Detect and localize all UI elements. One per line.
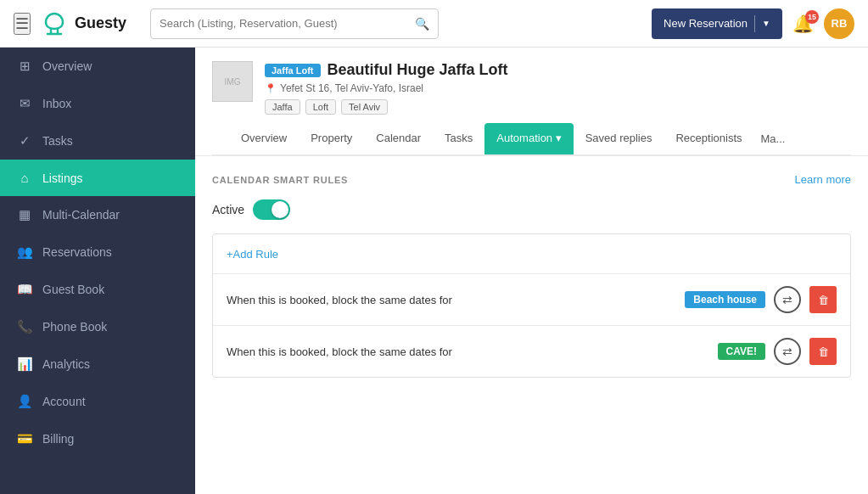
topbar: ☰ Guesty 🔍 New Reservation ▼ 🔔 15 RB [0, 0, 868, 48]
toggle-knob [272, 201, 288, 218]
listing-tags: Jaffa Loft Tel Aviv [265, 99, 851, 115]
listings-icon: ⌂ [17, 171, 32, 185]
layout: ⊞ Overview ✉ Inbox ✓ Tasks ⌂ Listings ▦ … [0, 48, 868, 494]
listing-tag: Tel Aviv [341, 99, 388, 115]
sidebar-item-label: Account [42, 395, 86, 408]
analytics-icon: 📊 [17, 356, 32, 372]
section-title: CALENDAR SMART RULES [212, 175, 348, 185]
new-reservation-button[interactable]: New Reservation ▼ [652, 8, 782, 39]
sidebar-item-label: Tasks [42, 134, 73, 148]
add-rule-button[interactable]: +Add Rule [227, 248, 278, 261]
learn-more-link[interactable]: Learn more [795, 173, 851, 186]
tab-navigation: Overview Property Calendar Tasks Automat… [212, 123, 851, 155]
rules-container: +Add Rule When this is booked, block the… [212, 233, 851, 378]
sync-icon-button-2[interactable]: ⇄ [774, 338, 801, 365]
dropdown-arrow-icon: ▼ [762, 19, 770, 28]
tab-calendar[interactable]: Calendar [364, 123, 433, 154]
billing-icon: 💳 [17, 431, 32, 446]
tab-overview[interactable]: Overview [229, 123, 299, 154]
jaffa-loft-badge: Jaffa Loft [265, 64, 321, 77]
active-label: Active [212, 203, 244, 216]
listing-address: 📍 Yefet St 16, Tel Aviv-Yafo, Israel [265, 82, 851, 94]
sidebar-item-label: Billing [42, 432, 74, 446]
listing-name-row: Jaffa Loft Beautiful Huge Jaffa Loft [265, 61, 851, 79]
logo[interactable]: Guesty [41, 10, 126, 37]
sidebar: ⊞ Overview ✉ Inbox ✓ Tasks ⌂ Listings ▦ … [0, 48, 195, 494]
sidebar-item-listings[interactable]: ⌂ Listings [0, 160, 195, 196]
sidebar-item-label: Guest Book [42, 283, 104, 296]
pin-icon: 📍 [265, 83, 277, 94]
table-row: When this is booked, block the same date… [213, 325, 850, 377]
tab-saved-replies[interactable]: Saved replies [574, 123, 664, 154]
table-row: When this is booked, block the same date… [213, 273, 850, 325]
sidebar-item-account[interactable]: 👤 Account [0, 383, 195, 420]
listing-title-row: IMG Jaffa Loft Beautiful Huge Jaffa Loft… [212, 61, 851, 115]
sidebar-item-label: Listings [42, 171, 82, 185]
tab-tasks[interactable]: Tasks [433, 123, 484, 154]
add-rule-row: +Add Rule [213, 234, 850, 273]
sidebar-item-phone-book[interactable]: 📞 Phone Book [0, 308, 195, 345]
sidebar-item-label: Phone Book [42, 320, 107, 334]
tasks-icon: ✓ [17, 133, 32, 149]
avatar[interactable]: RB [824, 8, 854, 39]
sidebar-item-multi-calendar[interactable]: ▦ Multi-Calendar [0, 196, 195, 233]
listing-tag: Jaffa [265, 99, 300, 115]
active-toggle[interactable] [253, 199, 290, 220]
sidebar-item-label: Overview [42, 59, 92, 73]
logo-text: Guesty [75, 14, 126, 32]
notification-badge: 15 [805, 10, 819, 24]
content-area: CALENDAR SMART RULES Learn more Active +… [195, 156, 868, 494]
sidebar-item-overview[interactable]: ⊞ Overview [0, 48, 195, 85]
search-input[interactable] [160, 17, 415, 30]
rule-tag-beach-house: Beach house [685, 291, 765, 308]
logo-icon [41, 10, 68, 37]
guest-book-icon: 📖 [17, 282, 32, 297]
inbox-icon: ✉ [17, 96, 32, 111]
rule-text-2: When this is booked, block the same date… [227, 345, 709, 358]
sidebar-item-billing[interactable]: 💳 Billing [0, 420, 195, 458]
tab-automation[interactable]: Automation ▾ [484, 123, 573, 154]
account-icon: 👤 [17, 394, 32, 409]
sidebar-item-label: Multi-Calendar [42, 208, 120, 222]
delete-rule-button-1[interactable]: 🗑 [809, 286, 837, 313]
sidebar-item-guest-book[interactable]: 📖 Guest Book [0, 271, 195, 308]
sidebar-item-inbox[interactable]: ✉ Inbox [0, 85, 195, 122]
btn-divider [754, 15, 755, 32]
sidebar-item-analytics[interactable]: 📊 Analytics [0, 345, 195, 383]
phone-book-icon: 📞 [17, 319, 32, 334]
tab-receptionists[interactable]: Receptionists [664, 123, 753, 154]
delete-rule-button-2[interactable]: 🗑 [809, 338, 837, 365]
main-content: IMG Jaffa Loft Beautiful Huge Jaffa Loft… [195, 48, 868, 494]
sidebar-item-label: Inbox [42, 97, 71, 110]
rule-tag-cave: CAVE! [718, 343, 765, 360]
listing-tag: Loft [305, 99, 336, 115]
sidebar-item-reservations[interactable]: 👥 Reservations [0, 233, 195, 271]
sync-icon-button-1[interactable]: ⇄ [774, 286, 801, 313]
listing-name: Beautiful Huge Jaffa Loft [328, 61, 508, 79]
sidebar-item-tasks[interactable]: ✓ Tasks [0, 122, 195, 160]
notifications-button[interactable]: 🔔 15 [792, 14, 814, 34]
sidebar-item-label: Analytics [42, 357, 90, 371]
active-row: Active [212, 199, 851, 220]
listing-header: IMG Jaffa Loft Beautiful Huge Jaffa Loft… [195, 48, 868, 156]
section-header: CALENDAR SMART RULES Learn more [212, 173, 851, 186]
topbar-right: New Reservation ▼ 🔔 15 RB [652, 8, 854, 39]
search-icon[interactable]: 🔍 [415, 17, 429, 31]
tab-property[interactable]: Property [299, 123, 364, 154]
overview-icon: ⊞ [17, 59, 32, 74]
search-bar: 🔍 [150, 8, 439, 39]
rule-text-1: When this is booked, block the same date… [227, 294, 676, 306]
hamburger-menu[interactable]: ☰ [14, 13, 31, 35]
multi-calendar-icon: ▦ [17, 207, 32, 222]
reservations-icon: 👥 [17, 244, 32, 260]
sidebar-item-label: Reservations [42, 245, 112, 259]
tab-more[interactable]: Ma... [754, 124, 792, 154]
listing-thumbnail: IMG [212, 61, 253, 102]
listing-info: Jaffa Loft Beautiful Huge Jaffa Loft 📍 Y… [265, 61, 851, 115]
